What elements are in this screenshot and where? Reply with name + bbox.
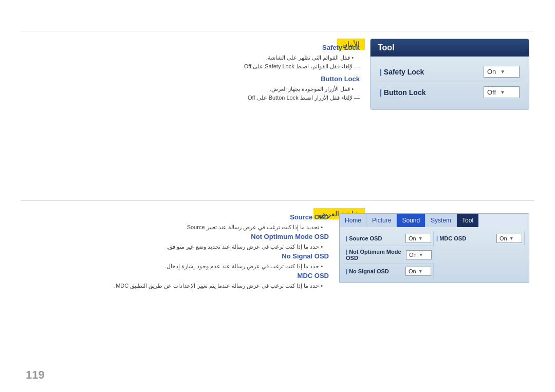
source-osd-heading: Source OSD [26, 213, 329, 221]
no-signal-bullet: حدد ما إذا كنت ترغب في عرض رسالة عند عدم… [26, 263, 329, 270]
tab-system[interactable]: System [425, 214, 457, 227]
button-lock-heading: Button Lock [26, 75, 360, 83]
osd-not-optimum-label: Not Optimum Mode OSD [346, 249, 406, 261]
osd-source-label: Source OSD [346, 235, 405, 241]
tab-picture[interactable]: Picture [367, 214, 397, 227]
tool-safety-lock-value: On [487, 68, 496, 76]
button-lock-sub: — لإلغاء قفل الأزرار اضبط Button Lock عل… [26, 95, 360, 101]
osd-mdc-arrow: ▼ [509, 236, 514, 241]
osd-source-arrow: ▼ [418, 236, 423, 241]
tool-row-safety-lock: Safety Lock On ▼ [378, 62, 522, 82]
safety-lock-sub: — لإلغاء قفل القوائم، اضبط Safety Lock ع… [26, 63, 360, 70]
not-optimum-heading: Not Optimum Mode OSD [26, 233, 329, 240]
mdc-osd-bullet: حدد ما إذا كنت ترغب في عرض رسالة عندما ي… [26, 283, 329, 289]
top-divider [21, 31, 534, 31]
tool-safety-lock-select[interactable]: On ▼ [484, 66, 520, 78]
osd-no-signal-label: No Signal OSD [346, 268, 405, 274]
tool-safety-lock-arrow: ▼ [500, 69, 505, 74]
source-osd-bullet: تحديد ما إذا كنت ترغب في عرض رسالة عند ت… [26, 224, 329, 231]
osd-not-optimum-value: On [409, 252, 417, 258]
osd-source-value: On [409, 235, 416, 241]
safety-lock-bullet: قفل القوائم التي تظهر على الشاشة. [26, 54, 360, 61]
top-text-content: Safety Lock قفل القوائم التي تظهر على ال… [26, 44, 360, 106]
osd-mdc-label: MDC OSD [436, 235, 496, 241]
no-signal-heading: No Signal OSD [26, 252, 329, 260]
bottom-text-content: Source OSD تحديد ما إذا كنت ترغب في عرض … [26, 213, 329, 291]
osd-panel: Home Picture Sound System Tool Source OS… [339, 213, 529, 283]
osd-not-optimum-arrow: ▼ [419, 252, 423, 257]
osd-row-no-signal: No Signal OSD On ▼ [344, 264, 434, 278]
osd-not-optimum-select[interactable]: On ▼ [406, 250, 432, 259]
tool-safety-lock-label: Safety Lock [380, 68, 424, 76]
osd-tabs: Home Picture Sound System Tool [340, 214, 529, 227]
tab-tool[interactable]: Tool [457, 214, 478, 227]
osd-mdc-select[interactable]: On ▼ [496, 234, 522, 243]
osd-source-select[interactable]: On ▼ [405, 234, 431, 243]
tool-button-lock-label: Button Lock [380, 88, 425, 97]
not-optimum-bullet: حدد ما إذا كنت ترغب في عرض رسالة عند تحد… [26, 244, 329, 250]
tab-sound[interactable]: Sound [397, 214, 425, 227]
tool-button-lock-arrow: ▼ [500, 89, 505, 95]
tool-button-lock-value: Off [487, 88, 496, 96]
safety-lock-heading: Safety Lock [26, 44, 360, 51]
tab-home[interactable]: Home [340, 214, 367, 227]
osd-mdc-value: On [499, 235, 507, 241]
osd-body: Source OSD On ▼ Not Optimum Mode OSD On … [340, 227, 529, 283]
button-lock-bullet: قفل الأزرار الموجودة بجهاز العرض. [26, 86, 360, 92]
bottom-divider [21, 200, 534, 201]
osd-no-signal-value: On [409, 268, 416, 274]
osd-row-source: Source OSD On ▼ [344, 231, 434, 246]
osd-no-signal-arrow: ▼ [418, 269, 423, 274]
tool-panel-body: Safety Lock On ▼ Button Lock Off ▼ [371, 57, 529, 109]
tool-panel: Tool Safety Lock On ▼ Button Lock Off ▼ [370, 39, 529, 110]
tool-row-button-lock: Button Lock Off ▼ [378, 82, 522, 102]
page-number: 119 [26, 368, 45, 382]
tool-panel-header: Tool [371, 39, 529, 57]
osd-row-not-optimum: Not Optimum Mode OSD On ▼ [344, 246, 434, 264]
osd-no-signal-select[interactable]: On ▼ [405, 267, 431, 276]
tool-button-lock-select[interactable]: Off ▼ [484, 86, 520, 98]
osd-row-mdc: MDC OSD On ▼ [434, 231, 525, 246]
mdc-osd-heading: MDC OSD [26, 272, 329, 279]
